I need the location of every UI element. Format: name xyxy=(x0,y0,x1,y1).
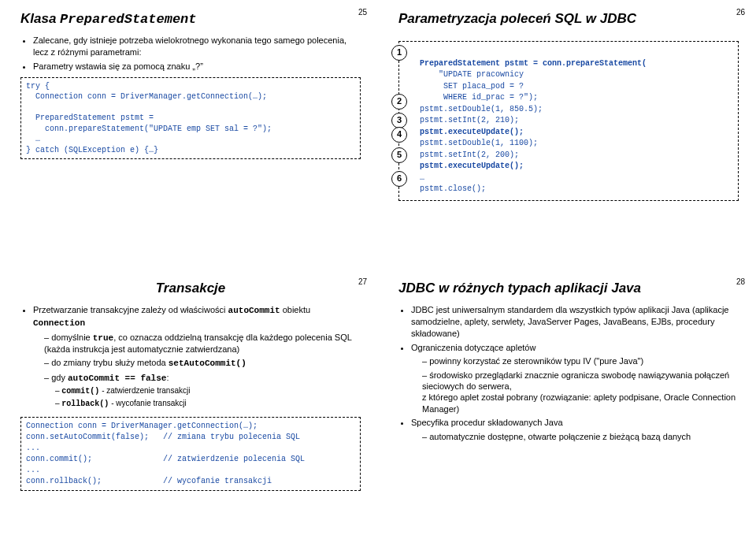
slide-title: Klasa PreparedStatement xyxy=(20,11,361,27)
title-mono: PreparedStatement xyxy=(60,12,196,27)
code-line: pstmt.setDouble(1, 850.5); xyxy=(420,105,543,113)
slide-title: Transakcje xyxy=(20,281,361,296)
step-badge-6: 6 xyxy=(391,171,407,187)
list-item: JDBC jest uniwersalnym standardem dla ws… xyxy=(411,304,739,340)
step-badge-4: 4 xyxy=(391,127,407,143)
list-item: domyślnie true, co oznacza oddzielną tra… xyxy=(44,332,361,355)
slide-title: Parametryzacja poleceń SQL w JDBC xyxy=(398,11,739,27)
title-prefix: Klasa xyxy=(20,11,60,26)
list-item: gdy autoCommit == false: commit() - zatw… xyxy=(44,372,361,409)
list-item: automatycznie dostępne, otwarte połączen… xyxy=(422,431,739,442)
step-badge-2: 2 xyxy=(391,94,407,110)
step-badge-5: 5 xyxy=(391,147,407,163)
list-item: rollback() - wycofanie transakcji xyxy=(55,398,361,409)
code-line: pstmt.setDouble(1, 1100); xyxy=(420,139,538,147)
list-item: środowisko przeglądarki znacznie ogranic… xyxy=(422,370,739,414)
step-badge-1: 1 xyxy=(391,45,407,61)
code-line: pstmt.setInt(2, 210); xyxy=(420,116,519,125)
code-line: "UPDATE pracownicy xyxy=(420,70,524,79)
code-line: pstmt.setInt(2, 200); xyxy=(420,151,519,159)
slide-title: JDBC w różnych typach aplikacji Java xyxy=(398,281,739,296)
page-number: 26 xyxy=(736,8,745,17)
slide-28: 28 JDBC w różnych typach aplikacji Java … xyxy=(378,270,756,539)
code-line: pstmt.close(); xyxy=(420,184,486,193)
list-item: powinny korzystać ze sterowników typu IV… xyxy=(422,355,739,366)
bullet-list: Przetwarzanie transakcyjne zależy od wła… xyxy=(20,304,361,409)
bullet-list: JDBC jest uniwersalnym standardem dla ws… xyxy=(398,304,739,442)
list-item: Przetwarzanie transakcyjne zależy od wła… xyxy=(33,304,361,409)
bullet-list: Zalecane, gdy istnieje potrzeba wielokro… xyxy=(20,35,361,72)
list-item: commit() - zatwierdzenie transakcji xyxy=(55,385,361,396)
code-line: SET placa_pod = ? xyxy=(420,82,524,91)
slide-26: 26 Parametryzacja poleceń SQL w JDBC 1Pr… xyxy=(378,0,756,270)
code-line: WHERE id_prac = ?"); xyxy=(420,93,538,102)
page-number: 27 xyxy=(358,277,367,286)
page-number: 28 xyxy=(736,277,745,286)
sub-list: automatycznie dostępne, otwarte połączen… xyxy=(411,431,739,442)
slide-25: 25 Klasa PreparedStatement Zalecane, gdy… xyxy=(0,0,378,270)
page-number: 25 xyxy=(358,8,367,17)
list-item: Parametry wstawia się za pomocą znaku „?… xyxy=(33,61,361,72)
code-block: 1PreparedStatement pstmt = conn.prepareS… xyxy=(398,41,739,201)
sub-list: powinny korzystać ze sterowników typu IV… xyxy=(411,355,739,414)
code-line: PreparedStatement pstmt = conn.prepareSt… xyxy=(420,59,647,68)
list-item: Specyfika procedur składowanych Java aut… xyxy=(411,417,739,442)
code-block: try { Connection conn = DriverManager.ge… xyxy=(20,77,361,160)
list-item: do zmiany trybu służy metoda setAutoComm… xyxy=(44,357,361,369)
list-item: Ograniczenia dotyczące apletów powinny k… xyxy=(411,342,739,414)
slide-27: 27 Transakcje Przetwarzanie transakcyjne… xyxy=(0,270,378,539)
sub-sub-list: commit() - zatwierdzenie transakcji roll… xyxy=(44,385,361,409)
code-block: Connection conn = DriverManager.getConne… xyxy=(20,417,361,491)
code-line: pstmt.executeUpdate(); xyxy=(420,162,524,170)
step-badge-3: 3 xyxy=(391,113,407,128)
code-line: … xyxy=(420,173,424,182)
list-item: Zalecane, gdy istnieje potrzeba wielokro… xyxy=(33,35,361,58)
sub-list: domyślnie true, co oznacza oddzielną tra… xyxy=(33,332,361,409)
code-line: pstmt.executeUpdate(); xyxy=(420,128,524,136)
